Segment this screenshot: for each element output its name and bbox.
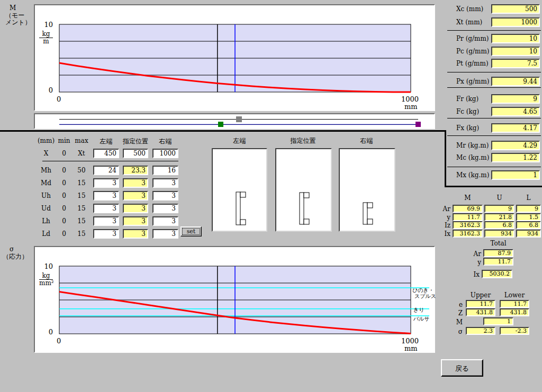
moment-axis-title-line3: メント）: [5, 18, 31, 27]
ld-specified-value: 3: [123, 229, 148, 239]
param-separator-2: [447, 72, 541, 72]
left-end-marker[interactable]: [218, 122, 223, 127]
pt-field[interactable]: 7.5: [491, 59, 540, 68]
param-label-mc: Mc (kg.m): [456, 154, 489, 161]
spec-row-ld-max: 15: [73, 230, 90, 238]
mh-left-input[interactable]: 24: [93, 166, 119, 175]
ul-header-upper: Upper: [466, 291, 495, 299]
param-label-px: Px (g/mm): [456, 78, 490, 85]
param-label-fx: Fx (kg): [456, 124, 479, 132]
ul-label-m: M: [445, 318, 463, 326]
md-specified-value: 3: [123, 178, 148, 188]
m-center-value: 1: [483, 317, 513, 325]
set-button[interactable]: set: [180, 226, 202, 236]
xc-position-marker[interactable]: [236, 116, 242, 122]
spec-header-mm: (mm): [37, 137, 56, 144]
moment-unit-denominator: m: [39, 38, 53, 45]
moment-chart: [35, 5, 434, 110]
material-label-hinoki-spruce: ひのき・ スプルス: [412, 287, 436, 299]
moment-y-unit: kg m: [39, 31, 53, 45]
param-label-mx: Mx (kg.m): [456, 171, 489, 179]
spec-row-md-min: 0: [56, 179, 72, 187]
stress-y-max-label: 10: [39, 262, 53, 270]
fc-field: 4.65: [491, 107, 540, 116]
pc-field[interactable]: 10: [491, 47, 540, 56]
total-label-y: y: [460, 259, 481, 266]
spec-row-lh-min: 0: [56, 217, 72, 225]
mh-specified-value: 23.3: [123, 166, 148, 175]
total-label-ar: Ar: [460, 250, 481, 258]
stress-x-unit-label: mm: [404, 344, 418, 352]
xsec-preview-right-end: [339, 148, 395, 232]
ud-right-input[interactable]: 3: [152, 204, 178, 213]
spec-row-ud-max: 15: [73, 205, 90, 212]
xsec-preview-specified-pos: [275, 148, 332, 232]
frame-divider-vertical: [445, 130, 446, 187]
uh-specified-value: 3: [123, 191, 148, 200]
spec-row-ud-label: Ud: [37, 205, 56, 212]
spec-row-mh-label: Mh: [37, 167, 56, 174]
material-hinoki-line1: ひのき・: [412, 287, 434, 293]
e-lower-value: 11.7: [500, 300, 529, 308]
stress-unit-numerator: kg: [39, 272, 53, 280]
sigma-upper-value: 2.3: [466, 327, 495, 335]
param-label-pr: Pr (g/mm): [456, 35, 489, 42]
param-separator-6: [447, 167, 541, 167]
spec-row-lh-label: Lh: [37, 217, 56, 225]
z-lower-value: 431.8: [500, 308, 529, 316]
spec-header-right-end: 右端: [152, 137, 178, 146]
moment-chart-panel: 10 kg m 0 0 1000 mm: [34, 4, 435, 111]
moment-y-min-label: 0: [39, 86, 53, 94]
xt-field[interactable]: 1000: [491, 17, 540, 27]
lh-specified-value: 3: [123, 216, 148, 226]
z-upper-value: 431.8: [466, 308, 495, 316]
spec-row-x-min: 0: [56, 150, 72, 157]
spec-row-mh-max: 50: [73, 167, 90, 174]
ud-left-input[interactable]: 3: [93, 204, 119, 213]
md-left-input[interactable]: 3: [93, 178, 119, 188]
lh-left-input[interactable]: 3: [93, 216, 119, 226]
stress-axis-title: σ: [10, 245, 14, 253]
mul-row-label-y: y: [434, 214, 450, 221]
spec-row-uh-max: 15: [73, 192, 90, 199]
uh-left-input[interactable]: 3: [93, 191, 119, 200]
pr-field[interactable]: 10: [491, 34, 540, 43]
mul-header-l: L: [516, 194, 541, 202]
param-label-pt: Pt (g/mm): [456, 60, 489, 67]
spec-row-md-label: Md: [37, 179, 56, 187]
xsec-preview-left-end: [212, 148, 267, 232]
xc-field[interactable]: 500: [491, 4, 540, 14]
ld-left-input[interactable]: 3: [93, 229, 119, 239]
mul-ar-m: 69.9: [453, 205, 483, 213]
moment-x-unit-label: mm: [404, 103, 418, 111]
spec-row-ud-min: 0: [56, 205, 72, 212]
mul-iz-u: 6.8: [484, 221, 514, 229]
stress-unit-denominator: mm²: [39, 280, 53, 287]
right-end-marker[interactable]: [415, 122, 421, 127]
spec-header-min: min: [56, 137, 72, 144]
back-button[interactable]: 戻る: [441, 359, 483, 377]
uh-right-input[interactable]: 3: [152, 191, 178, 200]
spec-row-ld-label: Ld: [37, 230, 56, 238]
param-separator-3: [447, 87, 541, 88]
x-specified-input[interactable]: 500: [123, 149, 148, 158]
spec-row-ld-min: 0: [56, 230, 72, 238]
param-label-fc: Fc (kg): [456, 108, 479, 115]
md-right-input[interactable]: 3: [152, 178, 178, 188]
param-separator-1: [447, 30, 541, 31]
ld-right-input[interactable]: 3: [152, 229, 178, 239]
x-left-input[interactable]: 450: [93, 149, 119, 158]
channel-section-shape-right: [340, 149, 394, 231]
mul-row-label-ar: Ar: [434, 205, 450, 213]
mul-row-label-ix: Ix: [434, 230, 450, 238]
mul-y-m: 11.7: [453, 213, 483, 221]
mul-ix-u: 934: [484, 230, 514, 238]
spec-row-x-max: Xt: [73, 150, 90, 157]
param-label-xt: Xt (mm): [456, 19, 482, 26]
lh-right-input[interactable]: 3: [152, 216, 178, 226]
moment-x-min-label: 0: [57, 95, 61, 103]
x-right-input[interactable]: 1000: [152, 149, 178, 158]
mh-right-input[interactable]: 16: [152, 166, 178, 175]
spec-row-md-max: 15: [73, 179, 90, 187]
total-ar-value: 87.9: [483, 249, 513, 257]
